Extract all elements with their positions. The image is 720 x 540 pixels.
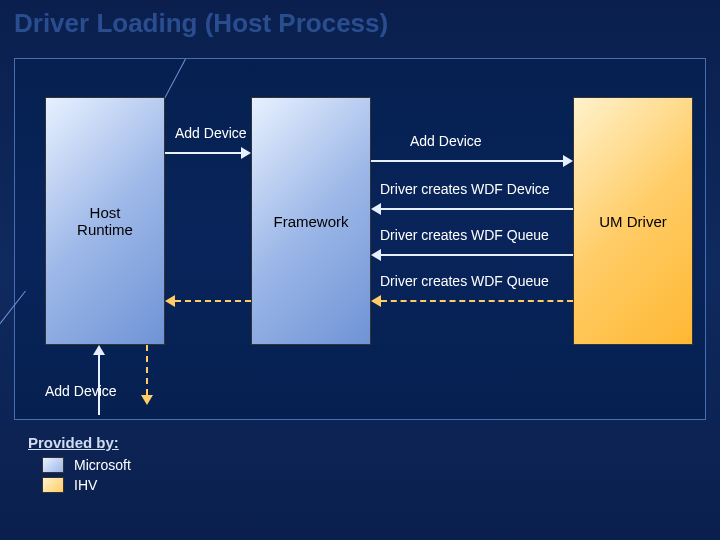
arrow-host-to-framework (165, 147, 251, 159)
add-device-label-2: Add Device (410, 133, 482, 149)
legend-row-ihv: IHV (42, 477, 131, 493)
arrow-dashed-down (141, 345, 153, 405)
slide-title: Driver Loading (Host Process) (14, 8, 388, 39)
microsoft-swatch-icon (42, 457, 64, 473)
add-device-label-1: Add Device (175, 125, 247, 141)
legend-microsoft-label: Microsoft (74, 457, 131, 473)
arrow-dashed-framework-to-host (165, 295, 251, 307)
framework-label: Framework (273, 213, 348, 230)
legend: Provided by: Microsoft IHV (28, 434, 131, 497)
arrow-wdf-queue-dashed (371, 295, 573, 307)
legend-row-microsoft: Microsoft (42, 457, 131, 473)
legend-ihv-label: IHV (74, 477, 97, 493)
arrow-framework-to-umdriver (371, 155, 573, 167)
diagram-canvas: Host Runtime Framework UM Driver Add Dev… (14, 58, 706, 420)
legend-title: Provided by: (28, 434, 131, 451)
host-runtime-box: Host Runtime (45, 97, 165, 345)
add-device-external-label: Add Device (45, 383, 117, 399)
wdf-device-label: Driver creates WDF Device (380, 181, 550, 197)
framework-box: Framework (251, 97, 371, 345)
arrow-add-device-up (93, 345, 105, 415)
um-driver-box: UM Driver (573, 97, 693, 345)
um-driver-label: UM Driver (599, 213, 667, 230)
arrow-wdf-device (371, 203, 573, 215)
ihv-swatch-icon (42, 477, 64, 493)
wdf-queue-label-2: Driver creates WDF Queue (380, 273, 549, 289)
arrow-wdf-queue-solid (371, 249, 573, 261)
wdf-queue-label-1: Driver creates WDF Queue (380, 227, 549, 243)
decorative-line (0, 291, 26, 394)
host-runtime-label: Host Runtime (77, 204, 133, 238)
